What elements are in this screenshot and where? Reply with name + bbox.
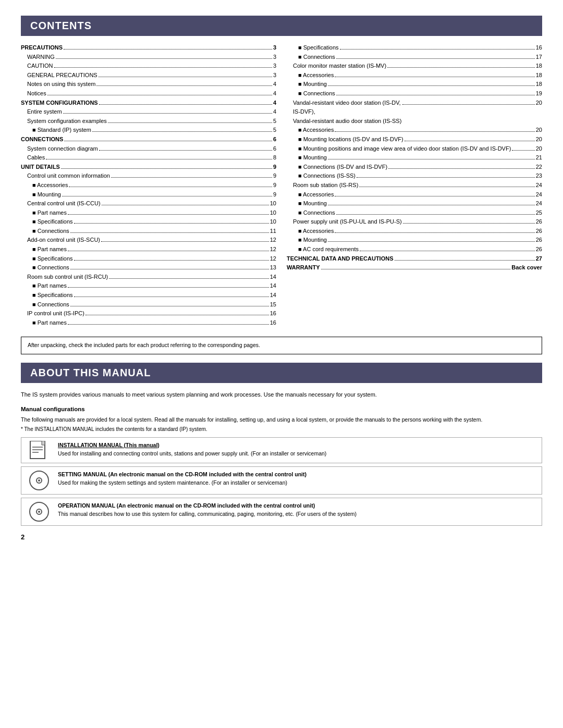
toc-label: ■ Part names xyxy=(21,281,67,291)
toc-page: 27 xyxy=(536,254,542,264)
manuals-list: INSTALLATION MANUAL (This manual)Used fo… xyxy=(21,437,542,526)
toc-dots xyxy=(328,159,535,159)
toc-label: ■ Standard (IP) system xyxy=(21,126,91,135)
toc-entry: WARRANTYBack cover xyxy=(287,263,542,273)
toc-page: 23 xyxy=(536,171,542,181)
toc-label: ■ Connections xyxy=(287,89,335,98)
toc-dots xyxy=(387,67,535,68)
toc-dots xyxy=(74,297,269,297)
toc-dots xyxy=(85,315,269,315)
toc-page: 26 xyxy=(536,227,542,236)
toc-entry: ■ Connections (IS-DV and IS-DVF)22 xyxy=(287,163,542,172)
toc-dots xyxy=(56,58,272,59)
manual-item: SETTING MANUAL (An electronic manual on … xyxy=(21,466,542,495)
toc-page: 9 xyxy=(273,181,276,190)
toc-page: 25 xyxy=(536,208,542,218)
manual-title: SETTING MANUAL (An electronic manual on … xyxy=(58,471,307,477)
toc-entry: ■ Part names10 xyxy=(21,208,276,218)
manual-note: * The INSTALLATION MANUAL includes the c… xyxy=(21,426,542,432)
toc-page: 16 xyxy=(270,318,276,328)
toc-dots xyxy=(69,187,272,187)
toc-label: Room sub station (IS-RS) xyxy=(287,181,358,190)
toc-page: 8 xyxy=(273,153,276,163)
toc-dots xyxy=(395,260,535,261)
toc-page: 11 xyxy=(270,227,276,236)
toc-dots xyxy=(388,168,535,169)
toc-dots xyxy=(46,159,272,159)
toc-entry: ■ Standard (IP) system5 xyxy=(21,126,276,135)
toc-dots xyxy=(336,214,535,215)
toc-label: CAUTION xyxy=(21,61,53,71)
toc-label: ■ AC cord requirements xyxy=(287,245,359,254)
toc-page: 9 xyxy=(273,163,276,172)
toc-page: 10 xyxy=(270,217,276,227)
toc-dots xyxy=(321,269,511,269)
toc-page: 26 xyxy=(536,245,542,254)
toc-page: 9 xyxy=(273,190,276,200)
toc-entry: PRECAUTIONS3 xyxy=(21,43,276,53)
toc-entry: Power supply unit (IS-PU-UL and IS-PU-S)… xyxy=(287,217,542,227)
toc-entry: Notices4 xyxy=(21,89,276,98)
toc-page: 15 xyxy=(270,300,276,310)
toc-page: 20 xyxy=(536,144,542,154)
toc-dots xyxy=(102,205,269,205)
toc-dots xyxy=(68,287,269,288)
toc-label: Entire system xyxy=(21,107,62,117)
manual-desc: Used for making the system settings and … xyxy=(58,478,536,487)
toc-entry: ■ Connections15 xyxy=(21,300,276,310)
toc-page: 12 xyxy=(270,254,276,264)
toc-dots xyxy=(512,150,534,151)
cd-icon xyxy=(27,470,52,491)
toc-label: Vandal-resistant video door station (IS-… xyxy=(287,98,401,126)
toc-dots xyxy=(63,113,272,114)
toc-page: 10 xyxy=(270,208,276,218)
toc-entry: ■ Mounting18 xyxy=(287,80,542,89)
toc-dots xyxy=(328,241,535,242)
toc-label: UNIT DETAILS xyxy=(21,163,60,172)
toc-dots xyxy=(359,187,534,187)
toc-page: 6 xyxy=(273,144,276,154)
toc-label: ■ Part names xyxy=(21,245,67,254)
toc-page: 5 xyxy=(273,117,276,126)
toc-dots xyxy=(360,251,535,251)
toc-entry: ■ Mounting locations (IS-DV and IS-DVF)2… xyxy=(287,135,542,144)
toc-page: 4 xyxy=(273,80,276,89)
toc-dots xyxy=(335,232,534,233)
toc-entry: ■ Specifications10 xyxy=(21,217,276,227)
toc-label: Central control unit (IS-CCU) xyxy=(21,199,101,208)
toc-page: 3 xyxy=(273,53,276,62)
notice-box: After unpacking, check the included part… xyxy=(21,337,542,354)
toc-page: 16 xyxy=(536,43,542,53)
toc-label: ■ Mounting positions and image view area… xyxy=(287,144,511,154)
toc-dots xyxy=(61,168,272,169)
toc-page: 3 xyxy=(273,43,276,53)
toc-entry: ■ Specifications16 xyxy=(287,43,542,53)
toc-label: Add-on control unit (IS-SCU) xyxy=(21,236,100,245)
toc-entry: ■ Connections19 xyxy=(287,89,542,98)
toc-entry: ■ Mounting positions and image view area… xyxy=(287,144,542,154)
toc-entry: Room sub station (IS-RS)24 xyxy=(287,181,542,190)
toc-entry: TECHNICAL DATA AND PRECAUTIONS27 xyxy=(287,254,542,264)
toc-entry: System connection diagram6 xyxy=(21,144,276,154)
toc-container: PRECAUTIONS3WARNING3CAUTION3GENERAL PREC… xyxy=(21,43,542,327)
manual-title: INSTALLATION MANUAL (This manual) xyxy=(58,442,160,448)
toc-entry: Add-on control unit (IS-SCU)12 xyxy=(21,236,276,245)
toc-label: Room sub control unit (IS-RCU) xyxy=(21,273,108,282)
toc-label: ■ Specifications xyxy=(21,291,73,300)
toc-label: System connection diagram xyxy=(21,144,98,154)
toc-label: SYSTEM CONFIGURATIONS xyxy=(21,98,98,108)
toc-dots xyxy=(335,131,534,132)
toc-page: 26 xyxy=(536,217,542,227)
contents-header: CONTENTS xyxy=(21,16,542,36)
toc-dots xyxy=(328,205,535,205)
toc-label: ■ Accessories xyxy=(287,71,334,80)
toc-label: Notices xyxy=(21,89,46,98)
toc-entry: Control unit common information9 xyxy=(21,171,276,181)
about-header: ABOUT THIS MANUAL xyxy=(21,363,542,383)
manual-text: OPERATION MANUAL (An electronic manual o… xyxy=(58,501,536,519)
toc-entry: IP control unit (IS-IPC)16 xyxy=(21,309,276,318)
toc-label: ■ Mounting locations (IS-DV and IS-DVF) xyxy=(287,135,403,144)
toc-label: ■ Specifications xyxy=(21,217,73,227)
toc-entry: ■ Connections11 xyxy=(21,227,276,236)
svg-point-7 xyxy=(38,479,40,482)
